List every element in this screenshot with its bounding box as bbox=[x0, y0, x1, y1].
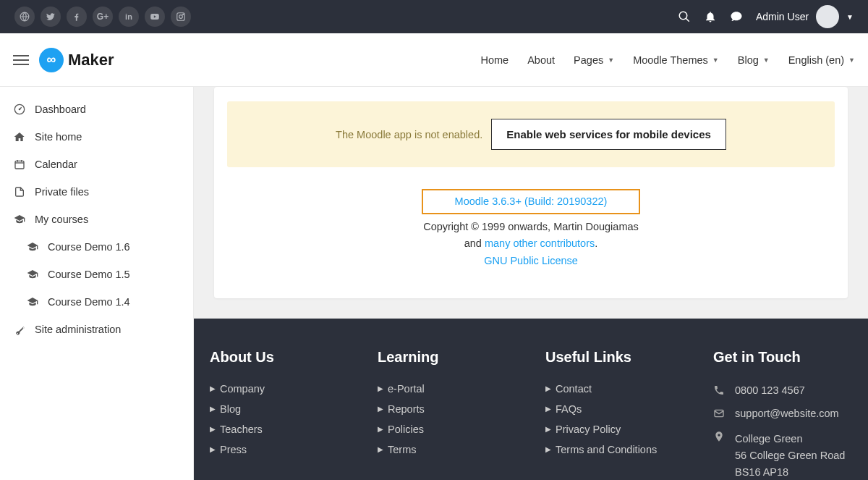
sidebar-item-label: Dashboard bbox=[35, 104, 86, 115]
license-link[interactable]: GNU Public License bbox=[484, 255, 578, 266]
hamburger-icon[interactable] bbox=[13, 52, 29, 68]
chevron-right-icon: ▶ bbox=[545, 425, 551, 433]
search-icon[interactable] bbox=[678, 10, 691, 23]
navbar-left: ∞ Maker bbox=[13, 48, 114, 72]
sidebar-item-dashboard[interactable]: Dashboard bbox=[0, 96, 193, 123]
chevron-right-icon: ▶ bbox=[378, 384, 383, 392]
chevron-right-icon: ▶ bbox=[210, 425, 216, 433]
chevron-down-icon: ▼ bbox=[608, 56, 614, 64]
footer-link[interactable]: ▶Company bbox=[210, 379, 349, 399]
googleplus-icon[interactable]: G+ bbox=[93, 7, 113, 27]
bell-icon[interactable] bbox=[704, 10, 717, 23]
sidebar-item-course[interactable]: Course Demo 1.6 bbox=[0, 233, 193, 261]
chevron-right-icon: ▶ bbox=[378, 445, 383, 453]
sidebar-item-course[interactable]: Course Demo 1.4 bbox=[0, 288, 193, 316]
nav-language[interactable]: English (en)▼ bbox=[788, 54, 855, 66]
footer-heading: About Us bbox=[210, 349, 349, 366]
sidebar-item-course[interactable]: Course Demo 1.5 bbox=[0, 261, 193, 288]
svg-point-3 bbox=[183, 14, 184, 14]
svg-point-7 bbox=[19, 109, 21, 111]
linkedin-icon[interactable]: in bbox=[119, 7, 139, 27]
alert-box: The Moodle app is not enabled. Enable we… bbox=[227, 101, 835, 167]
footer-col-contact: Get in Touch 0800 123 4567 support@websi… bbox=[713, 349, 852, 480]
navbar-menu: Home About Pages▼ Moodle Themes▼ Blog▼ E… bbox=[480, 54, 855, 66]
social-icons: G+ in bbox=[14, 7, 191, 27]
topbar: G+ in Admin User ▼ bbox=[0, 0, 868, 33]
footer-link[interactable]: ▶Contact bbox=[545, 379, 684, 399]
alert-text: The Moodle app is not enabled. bbox=[336, 129, 482, 140]
logo[interactable]: ∞ Maker bbox=[39, 48, 114, 72]
footer-col-useful: Useful Links ▶Contact ▶FAQs ▶Privacy Pol… bbox=[545, 349, 684, 480]
contact-phone: 0800 123 4567 bbox=[713, 379, 852, 402]
copyright-text: Copyright © 1999 onwards, Martin Dougiam… bbox=[227, 219, 835, 235]
footer-link[interactable]: ▶FAQs bbox=[545, 399, 684, 419]
home-icon bbox=[13, 131, 26, 143]
messages-icon[interactable] bbox=[730, 10, 743, 23]
sidebar-item-label: Site home bbox=[35, 131, 82, 143]
sidebar-item-label: Course Demo 1.5 bbox=[48, 269, 130, 280]
enable-web-services-button[interactable]: Enable web services for mobile devices bbox=[491, 119, 726, 150]
body: Dashboard Site home Calendar Private fil… bbox=[0, 87, 868, 480]
footer-link[interactable]: ▶Terms and Conditions bbox=[545, 439, 684, 460]
footer-col-learning: Learning ▶e-Portal ▶Reports ▶Policies ▶T… bbox=[378, 349, 516, 480]
contributors-link[interactable]: many other contributors bbox=[485, 237, 595, 249]
twitter-icon[interactable] bbox=[41, 7, 61, 27]
svg-rect-8 bbox=[15, 161, 24, 169]
youtube-icon[interactable] bbox=[145, 7, 165, 27]
graduation-icon bbox=[26, 241, 39, 253]
footer-heading: Learning bbox=[378, 349, 516, 366]
sidebar-item-private-files[interactable]: Private files bbox=[0, 178, 193, 206]
nav-pages[interactable]: Pages▼ bbox=[574, 54, 614, 66]
main: The Moodle app is not enabled. Enable we… bbox=[194, 87, 868, 480]
facebook-icon[interactable] bbox=[67, 7, 87, 27]
avatar bbox=[816, 5, 839, 28]
sidebar-item-label: Course Demo 1.4 bbox=[48, 296, 130, 308]
wrench-icon bbox=[13, 324, 26, 335]
version-link[interactable]: Moodle 3.6.3+ (Build: 20190322) bbox=[422, 189, 641, 214]
nav-about[interactable]: About bbox=[527, 54, 555, 66]
sidebar-item-label: Course Demo 1.6 bbox=[48, 241, 130, 253]
footer-link[interactable]: ▶Policies bbox=[378, 419, 516, 439]
logo-text: Maker bbox=[68, 51, 114, 70]
user-menu[interactable]: Admin User ▼ bbox=[756, 5, 854, 28]
footer-link[interactable]: ▶Teachers bbox=[210, 419, 349, 439]
chevron-down-icon: ▼ bbox=[848, 56, 855, 64]
globe-icon[interactable] bbox=[14, 7, 35, 27]
dashboard-icon bbox=[13, 104, 26, 115]
sidebar-item-site-home[interactable]: Site home bbox=[0, 123, 193, 151]
chevron-right-icon: ▶ bbox=[378, 405, 383, 413]
location-icon bbox=[713, 431, 726, 442]
nav-home[interactable]: Home bbox=[480, 54, 509, 66]
file-icon bbox=[13, 186, 26, 198]
footer-link[interactable]: ▶Press bbox=[210, 439, 349, 460]
navbar: ∞ Maker Home About Pages▼ Moodle Themes▼… bbox=[0, 33, 868, 87]
chevron-right-icon: ▶ bbox=[378, 425, 383, 433]
nav-blog[interactable]: Blog▼ bbox=[738, 54, 770, 66]
contact-address: College Green 56 College Green Road BS16… bbox=[713, 425, 852, 480]
sidebar-item-label: Site administration bbox=[35, 324, 121, 335]
chevron-right-icon: ▶ bbox=[210, 445, 216, 453]
sidebar-item-calendar[interactable]: Calendar bbox=[0, 151, 193, 178]
graduation-icon bbox=[13, 214, 26, 225]
chevron-right-icon: ▶ bbox=[210, 405, 216, 413]
address-lines: College Green 56 College Green Road BS16… bbox=[735, 431, 845, 480]
sidebar-item-label: My courses bbox=[35, 214, 88, 225]
chevron-down-icon: ▼ bbox=[763, 56, 770, 64]
footer-heading: Get in Touch bbox=[713, 349, 852, 366]
sidebar-item-my-courses[interactable]: My courses bbox=[0, 206, 193, 233]
sidebar-item-label: Private files bbox=[35, 186, 89, 198]
calendar-icon bbox=[13, 159, 26, 170]
footer-link[interactable]: ▶Terms bbox=[378, 439, 516, 460]
chevron-right-icon: ▶ bbox=[545, 384, 551, 392]
sidebar-item-site-admin[interactable]: Site administration bbox=[0, 316, 193, 343]
footer-heading: Useful Links bbox=[545, 349, 684, 366]
footer-link[interactable]: ▶Reports bbox=[378, 399, 516, 419]
footer-link[interactable]: ▶Privacy Policy bbox=[545, 419, 684, 439]
footer-link[interactable]: ▶e-Portal bbox=[378, 379, 516, 399]
instagram-icon[interactable] bbox=[171, 7, 191, 27]
svg-point-2 bbox=[179, 15, 183, 19]
contact-email: support@website.com bbox=[713, 402, 852, 425]
svg-point-4 bbox=[679, 12, 687, 20]
footer-link[interactable]: ▶Blog bbox=[210, 399, 349, 419]
nav-moodle-themes[interactable]: Moodle Themes▼ bbox=[633, 54, 719, 66]
